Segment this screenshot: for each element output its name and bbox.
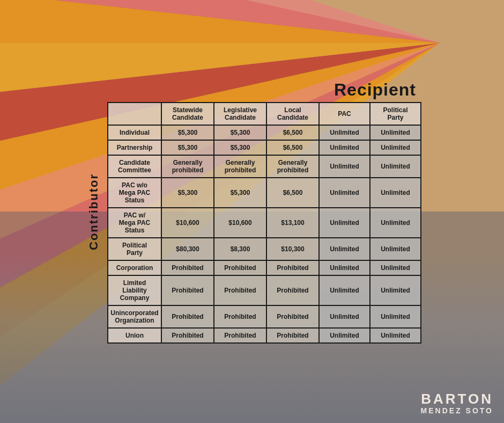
cell-statewide-1: $5,300: [161, 140, 214, 155]
cell-party-7: Unlimited: [370, 275, 421, 305]
page-content: Contributor Recipient StatewideCandidate…: [0, 0, 504, 423]
cell-statewide-0: $5,300: [161, 125, 214, 140]
cell-party-5: Unlimited: [370, 238, 421, 260]
row-label-3: PAC w/oMega PACStatus: [108, 178, 161, 208]
cell-party-0: Unlimited: [370, 125, 421, 140]
cell-party-8: Unlimited: [370, 305, 421, 328]
table-row: PAC w/oMega PACStatus$5,300$5,300$6,500U…: [108, 178, 421, 208]
cell-legislative-9: Prohibited: [214, 328, 266, 343]
header-statewide: StatewideCandidate: [161, 103, 214, 125]
cell-pac-2: Unlimited: [319, 155, 370, 178]
cell-local-3: $6,500: [266, 178, 319, 208]
row-label-7: LimitedLiabilityCompany: [108, 275, 161, 305]
cell-party-2: Unlimited: [370, 155, 421, 178]
cell-pac-6: Unlimited: [319, 260, 370, 275]
cell-pac-5: Unlimited: [319, 238, 370, 260]
cell-party-9: Unlimited: [370, 328, 421, 343]
cell-party-3: Unlimited: [370, 178, 421, 208]
cell-pac-0: Unlimited: [319, 125, 370, 140]
cell-local-1: $6,500: [266, 140, 319, 155]
cell-statewide-6: Prohibited: [161, 260, 214, 275]
cell-legislative-2: Generallyprohibited: [214, 155, 266, 178]
row-label-8: UnincorporatedOrganization: [108, 305, 161, 328]
row-label-9: Union: [108, 328, 161, 343]
cell-statewide-8: Prohibited: [161, 305, 214, 328]
cell-pac-3: Unlimited: [319, 178, 370, 208]
table-row: CorporationProhibitedProhibitedProhibite…: [108, 260, 421, 275]
table-row: LimitedLiabilityCompanyProhibitedProhibi…: [108, 275, 421, 305]
cell-local-9: Prohibited: [266, 328, 319, 343]
cell-legislative-7: Prohibited: [214, 275, 266, 305]
header-local: LocalCandidate: [266, 103, 319, 125]
table-row: PAC w/Mega PACStatus$10,600$10,600$13,10…: [108, 208, 421, 238]
cell-statewide-5: $80,300: [161, 238, 214, 260]
table-row: UnionProhibitedProhibitedProhibitedUnlim…: [108, 328, 421, 343]
table-row: UnincorporatedOrganizationProhibitedProh…: [108, 305, 421, 328]
brand-mendez: MENDEZ SOTO: [421, 407, 493, 415]
row-label-5: PoliticalParty: [108, 238, 161, 260]
table-row: Individual$5,300$5,300$6,500UnlimitedUnl…: [108, 125, 421, 140]
cell-local-5: $10,300: [266, 238, 319, 260]
header-party: PoliticalParty: [370, 103, 421, 125]
cell-legislative-6: Prohibited: [214, 260, 266, 275]
row-label-6: Corporation: [108, 260, 161, 275]
header-pac: PAC: [319, 103, 370, 125]
cell-local-0: $6,500: [266, 125, 319, 140]
row-label-4: PAC w/Mega PACStatus: [108, 208, 161, 238]
cell-legislative-4: $10,600: [214, 208, 266, 238]
cell-party-1: Unlimited: [370, 140, 421, 155]
cell-statewide-2: Generallyprohibited: [161, 155, 214, 178]
cell-local-4: $13,100: [266, 208, 319, 238]
table-and-recipient: Recipient StatewideCandidate Legislative…: [107, 80, 421, 344]
table-row: PoliticalParty$80,300$8,300$10,300Unlimi…: [108, 238, 421, 260]
contributor-label: Contributor: [83, 80, 105, 344]
cell-pac-7: Unlimited: [319, 275, 370, 305]
cell-statewide-3: $5,300: [161, 178, 214, 208]
main-container: Contributor Recipient StatewideCandidate…: [83, 80, 421, 344]
cell-legislative-1: $5,300: [214, 140, 266, 155]
header-legislative: LegislativeCandidate: [214, 103, 266, 125]
cell-pac-8: Unlimited: [319, 305, 370, 328]
contribution-limits-table: StatewideCandidate LegislativeCandidate …: [107, 102, 421, 344]
cell-local-8: Prohibited: [266, 305, 319, 328]
table-body: Individual$5,300$5,300$6,500UnlimitedUnl…: [108, 125, 421, 343]
row-label-1: Partnership: [108, 140, 161, 155]
cell-statewide-9: Prohibited: [161, 328, 214, 343]
table-row: CandidateCommitteeGenerallyprohibitedGen…: [108, 155, 421, 178]
brand-barton: BARTON: [421, 391, 493, 407]
cell-local-2: Generallyprohibited: [266, 155, 319, 178]
recipient-label: Recipient: [334, 80, 421, 100]
cell-pac-1: Unlimited: [319, 140, 370, 155]
cell-local-6: Prohibited: [266, 260, 319, 275]
corner-cell: [108, 103, 161, 125]
row-label-0: Individual: [108, 125, 161, 140]
cell-legislative-0: $5,300: [214, 125, 266, 140]
cell-legislative-5: $8,300: [214, 238, 266, 260]
cell-statewide-7: Prohibited: [161, 275, 214, 305]
cell-pac-4: Unlimited: [319, 208, 370, 238]
cell-pac-9: Unlimited: [319, 328, 370, 343]
cell-party-4: Unlimited: [370, 208, 421, 238]
branding: BARTON MENDEZ SOTO: [421, 391, 493, 415]
cell-legislative-3: $5,300: [214, 178, 266, 208]
cell-local-7: Prohibited: [266, 275, 319, 305]
table-header-row: StatewideCandidate LegislativeCandidate …: [108, 103, 421, 125]
row-label-2: CandidateCommittee: [108, 155, 161, 178]
cell-party-6: Unlimited: [370, 260, 421, 275]
cell-statewide-4: $10,600: [161, 208, 214, 238]
table-row: Partnership$5,300$5,300$6,500UnlimitedUn…: [108, 140, 421, 155]
cell-legislative-8: Prohibited: [214, 305, 266, 328]
